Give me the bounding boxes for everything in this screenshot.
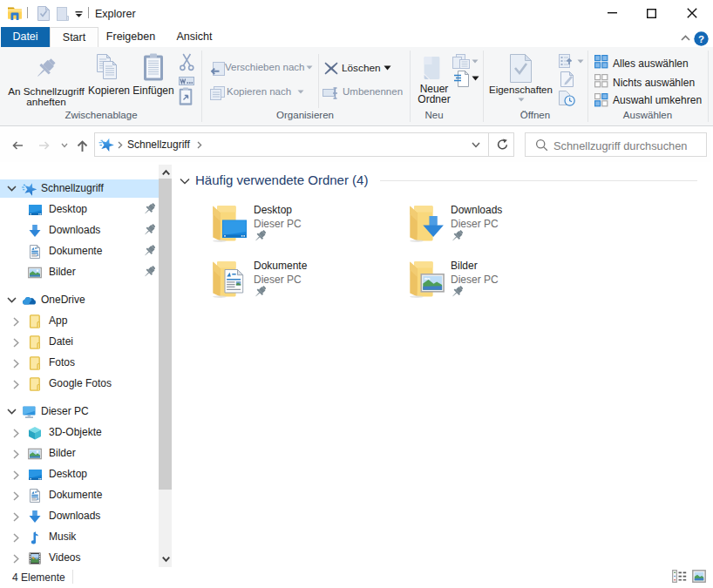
svg-text:?: ? [698,34,704,44]
